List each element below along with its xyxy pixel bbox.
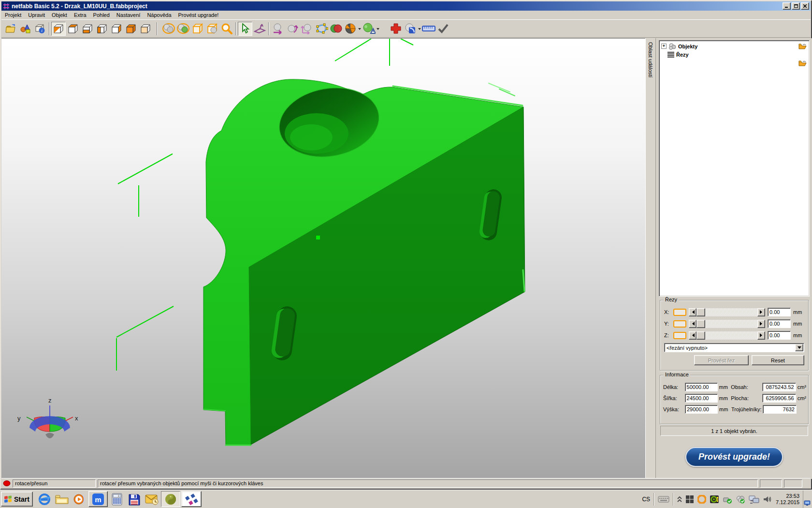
slider-thumb[interactable]: [696, 331, 705, 340]
view-right-button[interactable]: [109, 22, 124, 36]
close-button[interactable]: [801, 2, 809, 10]
analyse-dropdown-caret[interactable]: [377, 28, 379, 31]
smooth-button[interactable]: [403, 22, 418, 36]
show-selected-button[interactable]: [176, 22, 190, 36]
menu-nastaveni[interactable]: Nastavení: [113, 11, 144, 19]
zoom-button[interactable]: [219, 22, 234, 36]
menu-upravit[interactable]: Upravit: [25, 11, 48, 19]
slider-left-arrow[interactable]: [689, 320, 696, 328]
taskbar-netfabb-s[interactable]: [161, 491, 180, 507]
slider-left-arrow[interactable]: [689, 308, 696, 316]
upgrade-button[interactable]: Provést upgrade!: [685, 447, 783, 467]
quicklaunch-file-explorer[interactable]: [53, 491, 71, 507]
menu-projekt[interactable]: Projekt: [1, 11, 25, 19]
tree-item-objects[interactable]: + Objekty: [660, 42, 808, 50]
volume-input[interactable]: [762, 383, 796, 391]
minimize-button[interactable]: [783, 2, 791, 10]
combobox-arrow[interactable]: [795, 344, 803, 351]
view-top-button[interactable]: [66, 22, 80, 36]
cut-z-value-input[interactable]: [768, 331, 791, 340]
split-part-button[interactable]: [343, 22, 358, 36]
triangles-input[interactable]: [763, 405, 797, 414]
maximize-button[interactable]: [792, 2, 800, 10]
rotate-tool-button[interactable]: [285, 22, 300, 36]
tray-comodo-icon[interactable]: [697, 495, 706, 504]
measure-button[interactable]: [421, 22, 436, 36]
move-tool-button[interactable]: [271, 22, 285, 36]
expand-icon[interactable]: +: [661, 44, 667, 49]
split-dropdown-caret[interactable]: [358, 28, 361, 31]
cut-z-color-chip[interactable]: [673, 332, 686, 339]
menu-objekt[interactable]: Objekt: [48, 11, 71, 19]
menu-napoveda[interactable]: Nápověda: [144, 11, 174, 19]
open-project-button[interactable]: [4, 22, 18, 36]
cut-x-slider[interactable]: [689, 308, 765, 316]
cut-y-color-chip[interactable]: [673, 320, 686, 328]
cuts-folder-icon[interactable]: [798, 60, 807, 67]
viewport-3d[interactable]: z y x: [1, 38, 645, 479]
slider-left-arrow[interactable]: [689, 331, 696, 340]
cut-y-value-input[interactable]: [768, 319, 791, 328]
view-bottom-button[interactable]: [80, 22, 95, 36]
cut-x-color-chip[interactable]: [673, 309, 686, 316]
smooth-dropdown-caret[interactable]: [418, 28, 421, 31]
cut-z-slider[interactable]: [689, 331, 765, 340]
taskbar-maxthon[interactable]: m: [88, 491, 108, 507]
objects-folder-icon[interactable]: [798, 43, 807, 50]
polygon-edit-button[interactable]: [314, 22, 329, 36]
validate-button[interactable]: [436, 22, 450, 36]
scale-tool-button[interactable]: [300, 22, 314, 36]
slider-right-arrow[interactable]: [757, 331, 765, 340]
view-iso-button[interactable]: [51, 22, 66, 36]
tray-nvidia-icon[interactable]: !: [710, 495, 719, 504]
select-tool-button[interactable]: [238, 22, 252, 36]
tray-usb-remove-icon[interactable]: [723, 495, 732, 504]
cut-y-slider[interactable]: [689, 320, 765, 328]
tray-network-icon[interactable]: [749, 495, 759, 504]
events-area-tab[interactable]: Oblast událostí: [645, 38, 656, 479]
view-back-button[interactable]: [138, 22, 153, 36]
menu-upgrade[interactable]: Provést upgrade!: [175, 11, 222, 19]
boolean-button[interactable]: [329, 22, 343, 36]
show-parts-button[interactable]: [161, 22, 176, 36]
slider-right-arrow[interactable]: [757, 308, 765, 316]
object-tree[interactable]: + Objekty Řezy: [659, 40, 810, 297]
quicklaunch-media-player[interactable]: [71, 491, 88, 507]
analyse-button[interactable]: [362, 22, 376, 36]
cut-mode-combobox[interactable]: <řezání vypnuto>: [664, 343, 804, 352]
area-input[interactable]: [762, 394, 796, 403]
new-part-button[interactable]: [18, 22, 33, 36]
plane-tool-button[interactable]: [252, 22, 267, 36]
reset-cut-button[interactable]: Reset: [752, 355, 804, 365]
quicklaunch-save[interactable]: [126, 491, 143, 507]
show-desktop-button[interactable]: [803, 491, 811, 508]
taskbar-netfabb-app[interactable]: [181, 491, 202, 507]
slider-track[interactable]: [705, 320, 757, 328]
quicklaunch-outlook[interactable]: [143, 491, 160, 507]
tray-clock[interactable]: 23:53 7.12.2015: [776, 493, 799, 506]
part-info-button[interactable]: i: [33, 22, 47, 36]
slider-thumb[interactable]: [696, 308, 705, 316]
show-part-box-button[interactable]: [205, 22, 219, 36]
tray-updates-icon[interactable]: [736, 495, 745, 504]
slider-track[interactable]: [705, 331, 757, 340]
menu-extra[interactable]: Extra: [71, 11, 90, 19]
view-front-button[interactable]: [124, 22, 138, 36]
slider-thumb[interactable]: [696, 320, 705, 328]
slider-right-arrow[interactable]: [757, 320, 765, 328]
expand-tray-chevron-icon[interactable]: [677, 496, 682, 503]
view-left-button[interactable]: [95, 22, 109, 36]
width-input[interactable]: [685, 394, 718, 403]
language-indicator[interactable]: CS: [642, 496, 650, 503]
menu-pohled[interactable]: Pohled: [90, 11, 113, 19]
keyboard-icon[interactable]: [658, 495, 669, 503]
start-button[interactable]: Start: [1, 492, 33, 507]
tray-windows-icon[interactable]: [685, 495, 694, 504]
repair-button[interactable]: [389, 22, 403, 36]
cut-x-value-input[interactable]: [768, 308, 791, 316]
slider-track[interactable]: [705, 308, 757, 316]
quicklaunch-internet-explorer[interactable]: [36, 491, 53, 507]
tree-item-cuts[interactable]: Řezy: [660, 50, 808, 59]
tray-volume-icon[interactable]: [763, 495, 772, 504]
quicklaunch-calculator[interactable]: 0: [108, 491, 126, 507]
